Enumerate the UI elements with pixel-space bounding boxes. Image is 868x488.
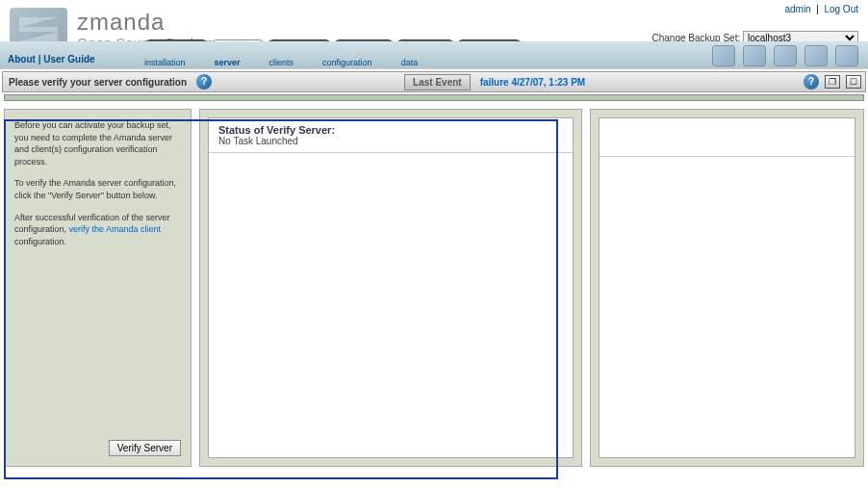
subtab-configuration[interactable]: configuration [322, 58, 372, 67]
progress-strip [4, 94, 864, 101]
right-panel-bar [600, 118, 855, 157]
last-event-label: Last Event [404, 74, 471, 90]
status-box-title: Status of Verify Server: [218, 124, 563, 136]
logout-link[interactable]: Log Out [824, 4, 858, 14]
window-maximize-icon[interactable]: ☐ [846, 75, 861, 89]
right-panel-inner [599, 117, 855, 458]
info-p3: After successful verification of the ser… [14, 212, 181, 248]
about-link[interactable]: About | User Guide [0, 50, 103, 68]
last-event-value: failure 4/27/07, 1:23 PM [476, 77, 586, 88]
admin-link[interactable]: admin [784, 4, 810, 14]
help-icon-right[interactable]: ? [804, 74, 819, 90]
window-restore-icon[interactable]: ❐ [825, 75, 840, 89]
status-box: Status of Verify Server: No Task Launche… [208, 117, 574, 458]
content: Before you can activate your backup set,… [0, 105, 868, 471]
status-title: Please verify your server configuration [9, 77, 187, 88]
brand-name: zmanda [77, 9, 214, 36]
subtab-data[interactable]: data [401, 58, 419, 67]
status-bar: Please verify your server configuration … [2, 71, 866, 92]
subtab-clients[interactable]: clients [269, 58, 294, 67]
cart-icon[interactable] [712, 45, 735, 66]
subtab-server[interactable]: server [215, 58, 241, 67]
chat-icon[interactable] [774, 45, 797, 66]
subtab-installation[interactable]: installation [144, 58, 186, 67]
globe-icon[interactable] [804, 45, 828, 66]
info-panel: Before you can activate your backup set,… [4, 109, 191, 467]
notes-icon[interactable] [743, 45, 766, 66]
icon-tray [712, 45, 858, 66]
help-icon[interactable]: ? [196, 74, 212, 90]
info-p1: Before you can activate your backup set,… [14, 119, 181, 167]
status-box-head: Status of Verify Server: No Task Launche… [209, 118, 573, 153]
verify-client-link[interactable]: verify the Amanda client [69, 224, 162, 234]
status-panel: Status of Verify Server: No Task Launche… [199, 109, 582, 467]
sub-tabs: installation server clients configuratio… [144, 58, 418, 68]
status-box-sub: No Task Launched [218, 136, 563, 146]
nav-row: About | User Guide installation server c… [0, 41, 868, 68]
top-links: admin | Log Out [784, 4, 858, 14]
header: zmanda Open Source Backup admin | Log Ou… [0, 0, 868, 69]
right-panel [590, 109, 864, 467]
info-p2: To verify the Amanda server configuratio… [14, 177, 181, 201]
verify-server-button[interactable]: Verify Server [109, 440, 181, 456]
home-icon[interactable] [835, 45, 858, 66]
